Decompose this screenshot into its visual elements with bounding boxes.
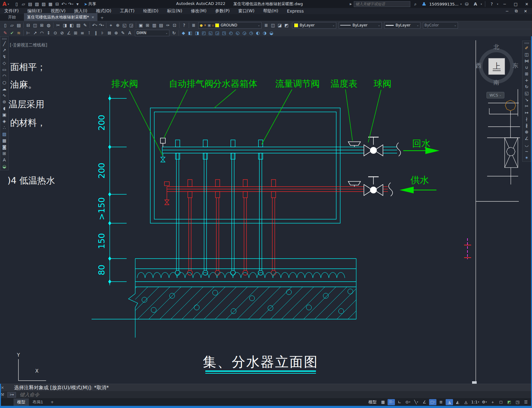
- menu-tools[interactable]: 工具(T): [116, 8, 139, 14]
- spline-icon[interactable]: ∿: [1, 92, 8, 98]
- otrack-icon[interactable]: ∠: [421, 399, 428, 405]
- annotation-visibility-icon[interactable]: ◮: [446, 399, 453, 405]
- open-icon[interactable]: ▱: [9, 22, 15, 29]
- wcs-button[interactable]: WCS⌄: [487, 92, 504, 98]
- circle-icon[interactable]: ○: [1, 79, 8, 85]
- search-expand-icon[interactable]: ▶: [350, 2, 352, 6]
- workspace-gear-icon[interactable]: ⚙▾: [481, 399, 488, 405]
- model-space-badge[interactable]: 模型: [367, 399, 378, 406]
- zoom-realtime-icon[interactable]: ⊕: [114, 22, 121, 29]
- match-properties-icon[interactable]: ▨: [75, 22, 82, 29]
- doc-restore-button[interactable]: ⧉: [512, 8, 521, 14]
- offset-faces-icon[interactable]: ◲: [214, 30, 221, 36]
- offset-icon[interactable]: ∪: [523, 64, 530, 70]
- ellipse-icon[interactable]: ⊜: [1, 98, 8, 105]
- zoom-window-icon[interactable]: ◱: [121, 22, 128, 29]
- autoscale-icon[interactable]: ◭: [454, 399, 461, 405]
- viewport-label[interactable]: [-][俯视][二维线框]: [10, 42, 47, 47]
- grid-icon[interactable]: ▦: [379, 399, 387, 405]
- tool-palettes-icon[interactable]: ▥: [151, 22, 158, 29]
- menu-file[interactable]: 文件(F): [0, 8, 23, 14]
- command-input[interactable]: [19, 391, 532, 398]
- viewcube-south[interactable]: 南: [490, 79, 502, 87]
- dim-text-edit-icon[interactable]: A: [126, 30, 133, 36]
- app-store-icon[interactable]: ⛁: [463, 1, 470, 7]
- table-icon[interactable]: ⊞: [1, 150, 8, 156]
- aligned-dim-icon[interactable]: ↗: [32, 30, 38, 36]
- undo-icon[interactable]: ↶▾: [91, 22, 98, 29]
- color-combo[interactable]: ByLayer ⌄: [293, 22, 336, 29]
- layer-viewport-icon[interactable]: ▣: [207, 23, 211, 27]
- open-file-icon[interactable]: ▱: [20, 1, 27, 7]
- extrude-faces-icon[interactable]: ◰: [200, 30, 207, 36]
- toolbar-grip[interactable]: [2, 38, 6, 40]
- clean-screen-icon[interactable]: ◳: [514, 399, 521, 405]
- menu-parametric[interactable]: 参数(P): [211, 8, 234, 14]
- mirror-icon[interactable]: ⋈: [523, 57, 530, 64]
- redo-icon[interactable]: ↷▾: [67, 1, 74, 7]
- rectangle-icon[interactable]: ▭: [1, 66, 8, 73]
- explode-icon[interactable]: ✶: [523, 154, 530, 161]
- dim-style-check-icon[interactable]: ✔: [9, 30, 15, 36]
- help-icon[interactable]: ?: [488, 1, 495, 7]
- drawing-canvas[interactable]: [-][俯视][二维线框] 面相平； 油麻。 温层采用 的材料， )4 低温热水…: [0, 36, 532, 384]
- web-icon[interactable]: ◍: [45, 22, 52, 29]
- layer-combo-dropdown-icon[interactable]: ⌄: [256, 24, 260, 27]
- layer-previous-icon[interactable]: ◩: [283, 22, 290, 29]
- layer-states-icon[interactable]: ◫: [270, 22, 276, 29]
- a-dropdown-icon[interactable]: ▾: [481, 3, 482, 6]
- save-as-icon[interactable]: ▧: [33, 1, 40, 7]
- ellipse-arc-icon[interactable]: ◖: [1, 105, 8, 111]
- menu-dimension[interactable]: 标注(N): [163, 8, 187, 14]
- redo-icon[interactable]: ↷▾: [98, 22, 105, 29]
- autocad-logo[interactable]: A: [2, 1, 6, 7]
- share-label[interactable]: 共享: [88, 1, 96, 7]
- publish-icon[interactable]: ⊞: [38, 22, 45, 29]
- tolerance-icon[interactable]: ⊠: [106, 30, 113, 36]
- units-icon[interactable]: ◻: [497, 399, 505, 405]
- user-id[interactable]: 1505999135...: [429, 2, 459, 6]
- toolbar-grip[interactable]: [525, 42, 529, 44]
- layer-thaw-icon[interactable]: ☀: [204, 23, 207, 27]
- menu-draw[interactable]: 绘图(D): [139, 8, 163, 14]
- menu-express[interactable]: Express: [283, 9, 308, 14]
- dim-break-icon[interactable]: ⊦: [99, 30, 106, 36]
- dimstyle-combo[interactable]: DIMN ⌄: [135, 30, 169, 36]
- viewcube[interactable]: 北 南 西 东 上: [477, 41, 517, 87]
- rotate-icon[interactable]: ↻: [523, 83, 530, 90]
- tab-layout1[interactable]: 布局1: [29, 398, 47, 406]
- snap-icon[interactable]: ⠿▾: [388, 399, 395, 405]
- designcenter-icon[interactable]: ⊞: [144, 22, 151, 29]
- markup-icon[interactable]: ✑: [164, 22, 171, 29]
- copy-faces-icon[interactable]: ◶: [241, 30, 248, 36]
- insert-block-icon[interactable]: ▣: [1, 111, 8, 118]
- linear-dim-icon[interactable]: ⊢: [25, 30, 32, 36]
- paste-icon[interactable]: ◧: [68, 22, 75, 29]
- save-icon[interactable]: ▤: [15, 22, 22, 29]
- help-icon[interactable]: ?: [181, 22, 187, 29]
- viewcube-west[interactable]: 西: [472, 62, 485, 70]
- quick-dim-icon[interactable]: ⊞: [72, 30, 79, 36]
- extend-icon[interactable]: ↦: [523, 109, 530, 116]
- menu-window[interactable]: 窗口(W): [234, 8, 259, 14]
- gradient-icon[interactable]: ▩: [1, 137, 8, 144]
- blend-curves-icon[interactable]: ∼: [523, 148, 530, 154]
- maximize-button[interactable]: □: [511, 1, 520, 7]
- taper-faces-icon[interactable]: ◵: [234, 30, 241, 36]
- menu-help[interactable]: 帮助(H): [259, 8, 282, 14]
- layer-unlock-icon[interactable]: ∪: [212, 23, 214, 27]
- center-mark-icon[interactable]: ⊕: [113, 30, 120, 36]
- clean-icon[interactable]: ◑: [261, 30, 268, 36]
- stretch-icon[interactable]: ↘: [523, 96, 530, 103]
- sheet-set-icon[interactable]: ▤: [158, 22, 164, 29]
- linetype-combo[interactable]: ByLayer ⌄: [339, 22, 382, 29]
- ortho-icon[interactable]: ∟: [396, 399, 403, 405]
- angular-dim-icon[interactable]: ∠: [65, 30, 72, 36]
- scale-icon[interactable]: ◱: [523, 90, 530, 96]
- trim-icon[interactable]: ✂: [523, 103, 530, 109]
- plot-icon[interactable]: ⊟: [54, 1, 61, 7]
- autodesk-a-icon[interactable]: A: [472, 1, 479, 7]
- search-input[interactable]: [354, 1, 410, 7]
- tab-model[interactable]: 模型: [14, 398, 29, 406]
- new-icon[interactable]: ▯: [2, 22, 9, 29]
